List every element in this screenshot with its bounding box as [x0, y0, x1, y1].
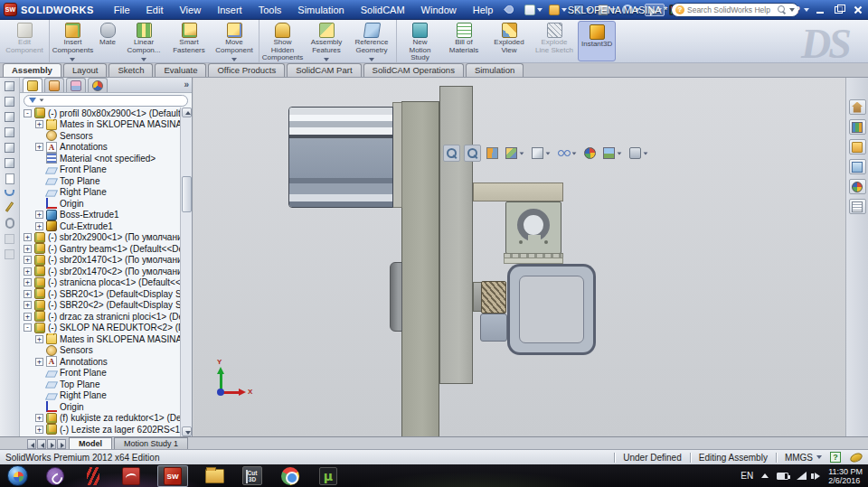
- tree-item[interactable]: (-) sbr20x2900<1> (По умолчанию<<По: [20, 232, 180, 244]
- task-pane-button[interactable]: [849, 179, 866, 194]
- command-button[interactable]: New Motion Study: [396, 20, 441, 62]
- expand-toggle-icon[interactable]: [35, 120, 43, 128]
- ribbon-tab[interactable]: SolidCAM Part: [287, 63, 361, 77]
- menu-item[interactable]: Tools: [251, 3, 289, 17]
- tree-item[interactable]: (-) profil 80x80x2900<1> (Default<<Defau: [20, 108, 180, 119]
- taskbar-app-button[interactable]: [278, 465, 302, 487]
- tree-item[interactable]: Front Plane: [20, 368, 180, 379]
- tab-scroll-last-icon[interactable]: [57, 439, 66, 449]
- ribbon-tab[interactable]: Sketch: [108, 63, 153, 77]
- taskbar-app-button[interactable]: [81, 465, 105, 487]
- menu-item[interactable]: Window: [414, 3, 464, 17]
- expand-toggle-icon[interactable]: [35, 426, 43, 434]
- expand-toggle-icon[interactable]: [24, 245, 32, 253]
- expand-toggle-icon[interactable]: [24, 323, 32, 332]
- tree-item[interactable]: Annotations: [20, 142, 180, 154]
- command-button[interactable]: Insert Components: [49, 20, 94, 62]
- model-linear-rail[interactable]: [504, 258, 563, 264]
- clock[interactable]: 11:30 PM 2/6/2016: [828, 467, 863, 485]
- tree-item[interactable]: Origin: [20, 198, 180, 210]
- command-dropdown-caret-icon[interactable]: [70, 58, 75, 61]
- tree-item[interactable]: Right Plane: [20, 187, 180, 199]
- command-button[interactable]: Bill of Materials: [441, 20, 486, 62]
- view-cube-icon[interactable]: [5, 97, 14, 107]
- model-bearing-housing[interactable]: [390, 262, 402, 332]
- view-tool-button[interactable]: [556, 145, 579, 161]
- view-tool-button[interactable]: [582, 145, 598, 161]
- taskbar-app-button[interactable]: [5, 465, 29, 487]
- annotation-pencil-icon[interactable]: [849, 451, 863, 464]
- tree-item[interactable]: Sensors: [20, 345, 180, 357]
- view-tool-caret-icon[interactable]: [520, 152, 524, 155]
- tree-item[interactable]: (-) sbr20x1470<1> (По умолчанию<<По: [20, 255, 180, 267]
- tree-item[interactable]: Front Plane: [20, 164, 180, 176]
- command-button[interactable]: Exploded View: [486, 20, 532, 62]
- model-vertical-plate-back[interactable]: [439, 86, 473, 384]
- tree-item[interactable]: Mates in SKLOPENA MASINA: [20, 119, 180, 131]
- tree-item[interactable]: (-) stranicna ploca<1> (Default<<Default: [20, 277, 180, 289]
- feature-manager-tab[interactable]: [66, 78, 86, 92]
- taskbar-app-button[interactable]: Cut 3D: [241, 465, 264, 487]
- tab-scroll-first-icon[interactable]: [27, 439, 36, 449]
- command-button[interactable]: Reference Geometry: [349, 20, 394, 62]
- tree-item[interactable]: Boss-Extrude1: [20, 210, 180, 221]
- view-cube-icon[interactable]: [5, 112, 14, 122]
- sketch-icon[interactable]: [5, 201, 14, 212]
- model-gantry-beam[interactable]: [473, 183, 563, 201]
- help-caret-icon[interactable]: [804, 8, 809, 12]
- feature-manager-tab[interactable]: [23, 78, 42, 92]
- search-icon[interactable]: [778, 5, 787, 14]
- taskbar-app-button[interactable]: [203, 465, 226, 487]
- scroll-down-icon[interactable]: [182, 426, 192, 436]
- view-cube-icon[interactable]: [5, 127, 14, 137]
- command-button[interactable]: Move Component: [212, 20, 257, 62]
- command-button[interactable]: Smart Fasteners: [166, 20, 212, 62]
- battery-icon[interactable]: [777, 473, 788, 480]
- model-sbr20-bearing-block[interactable]: [505, 201, 561, 254]
- task-pane-button[interactable]: [849, 159, 866, 174]
- view-cube-icon[interactable]: [5, 158, 14, 168]
- expand-toggle-icon[interactable]: [35, 335, 43, 343]
- view-tool-button[interactable]: [464, 145, 481, 162]
- command-button[interactable]: Show Hidden Components: [259, 20, 304, 62]
- menu-item[interactable]: Help: [466, 3, 501, 17]
- view-tool-button[interactable]: [530, 145, 552, 161]
- tree-item[interactable]: (-) drzac za stranicni ploci<1> (Default…: [20, 311, 180, 323]
- command-dropdown-caret-icon[interactable]: [369, 58, 374, 61]
- tool-gray-icon[interactable]: [5, 234, 14, 244]
- menu-item[interactable]: Simulation: [290, 3, 351, 17]
- taskbar-app-button[interactable]: [157, 465, 188, 487]
- view-tool-button[interactable]: [601, 145, 624, 161]
- tree-item[interactable]: (-) SBR20<2> (Default<Display State-1>): [20, 300, 180, 312]
- tree-filter-field[interactable]: [24, 95, 188, 107]
- tree-item[interactable]: (-) SKLOP NA REDUKTOR<2> (Default<<: [20, 323, 180, 334]
- model-mount-block[interactable]: [480, 314, 507, 342]
- help-icon[interactable]: [794, 5, 800, 15]
- expand-toggle-icon[interactable]: [35, 143, 43, 151]
- menu-item[interactable]: View: [172, 3, 208, 17]
- task-pane-button[interactable]: [849, 99, 866, 115]
- view-tool-caret-icon[interactable]: [618, 152, 622, 155]
- expand-toggle-icon[interactable]: [24, 278, 32, 286]
- command-button[interactable]: Instant3D: [578, 21, 616, 61]
- restore-icon[interactable]: [832, 4, 847, 16]
- pin-icon[interactable]: [504, 4, 515, 15]
- tree-item[interactable]: (-) Gantry beam<1> (Default<<Default>_: [20, 243, 180, 255]
- filter-caret-icon[interactable]: [40, 98, 44, 101]
- tree-scrollbar[interactable]: [180, 108, 192, 436]
- language-indicator[interactable]: EN: [741, 471, 753, 481]
- command-button[interactable]: Assembly Features: [304, 20, 349, 62]
- expand-toggle-icon[interactable]: [24, 256, 32, 264]
- menu-item[interactable]: Edit: [139, 3, 171, 17]
- help-search-box[interactable]: [671, 3, 799, 17]
- network-signal-icon[interactable]: [797, 472, 807, 480]
- tree-item[interactable]: Cut-Extrude1: [20, 220, 180, 232]
- view-tool-button[interactable]: [485, 145, 500, 161]
- taskbar-app-button[interactable]: [119, 465, 143, 487]
- tree-item[interactable]: Origin: [20, 401, 180, 413]
- expand-toggle-icon[interactable]: [24, 313, 32, 321]
- view-tool-button[interactable]: [627, 145, 650, 161]
- tree-item[interactable]: (f) kukjiste za reduktor<1> (Default<<: [20, 413, 180, 425]
- task-pane-button[interactable]: [849, 199, 866, 214]
- expand-toggle-icon[interactable]: [24, 290, 32, 298]
